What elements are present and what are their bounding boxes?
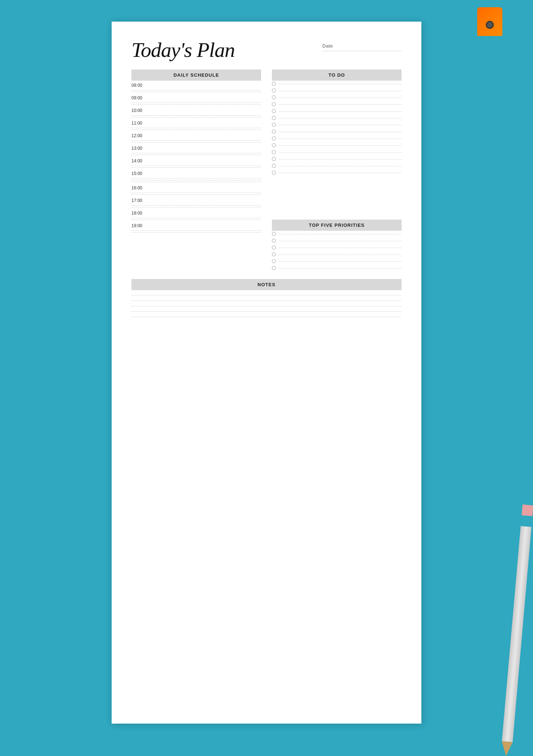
todo-circle-1 — [272, 82, 276, 86]
priority-line-6 — [279, 268, 402, 269]
time-1400: 14:00 — [131, 158, 261, 164]
time-1900: 19:00 — [131, 222, 261, 229]
time-1200: 12:00 — [131, 132, 261, 139]
schedule-item-1900: 19:00 — [131, 221, 261, 233]
time-1700: 17:00 — [131, 197, 261, 204]
todo-item-row-11 — [272, 149, 402, 155]
priority-line-5 — [279, 261, 402, 262]
schedule-item-1600: 16:00 — [131, 183, 261, 195]
sharpener-body — [477, 7, 502, 36]
todo-item-11 — [272, 149, 402, 155]
priority-item-row-3 — [272, 244, 402, 251]
sharpener-hole — [486, 21, 494, 29]
notes-line-1 — [131, 295, 402, 296]
right-col-spacer — [272, 176, 402, 220]
schedule-line-1900b — [131, 232, 261, 233]
todo-item-9 — [272, 135, 402, 141]
priority-item-row-1 — [272, 231, 402, 237]
schedule-line-1600a — [131, 193, 261, 193]
todo-line-10 — [279, 145, 402, 146]
page-header: Today's Plan Date — [131, 40, 402, 60]
todo-circle-4 — [272, 102, 276, 106]
todo-item-row-4 — [272, 101, 402, 107]
time-1800: 18:00 — [131, 210, 261, 216]
todo-item-row-2 — [272, 87, 402, 94]
todo-line-8 — [279, 132, 402, 132]
todo-line-13 — [279, 166, 402, 166]
schedule-line-1400a — [131, 166, 261, 166]
pencil-tip — [501, 741, 512, 756]
todo-line-5 — [279, 111, 402, 112]
priority-line-4 — [279, 255, 402, 255]
schedule-line-0900b — [131, 104, 261, 105]
schedule-item-1100: 11:00 — [131, 118, 261, 130]
todo-circle-2 — [272, 89, 276, 93]
todo-item-row-9 — [272, 135, 402, 141]
todo-item-row-1 — [272, 81, 402, 87]
todo-item-6 — [272, 115, 402, 121]
schedule-line-1700b — [131, 207, 261, 207]
pencil-eraser — [521, 504, 533, 516]
date-label: Date — [322, 43, 402, 49]
schedule-line-1100a — [131, 128, 261, 128]
time-0800: 08:00 — [131, 82, 261, 89]
pencil-decoration — [501, 504, 533, 756]
todo-item-3 — [272, 94, 402, 100]
todo-item-1 — [272, 81, 402, 87]
todo-circle-11 — [272, 150, 276, 154]
todo-item-row-10 — [272, 142, 402, 148]
time-1300: 13:00 — [131, 145, 261, 152]
time-1000: 10:00 — [131, 107, 261, 114]
schedule-item-0800: 08:00 — [131, 81, 261, 92]
todo-item-row-14 — [272, 170, 402, 176]
schedule-item-0900: 09:00 — [131, 93, 261, 105]
priority-item-6 — [272, 265, 402, 271]
schedule-line-1500b — [131, 180, 261, 180]
notes-line-4 — [131, 311, 402, 312]
todo-circle-5 — [272, 109, 276, 113]
todo-item-row-3 — [272, 94, 402, 100]
daily-schedule-header: DAILY SCHEDULE — [131, 69, 261, 81]
time-1100: 11:00 — [131, 120, 261, 126]
notes-line-3 — [131, 306, 402, 306]
schedule-line-1800a — [131, 218, 261, 218]
schedule-line-1300b — [131, 155, 261, 155]
schedule-line-1400b — [131, 167, 261, 168]
todo-item-row-8 — [272, 129, 402, 135]
right-column: TO DO — [272, 69, 402, 272]
priorities-header: TOP FIVE PRIORITIES — [272, 220, 402, 231]
todo-item-13 — [272, 163, 402, 169]
todo-circle-7 — [272, 123, 276, 127]
schedule-line-1500c — [131, 182, 261, 182]
todo-line-3 — [279, 98, 402, 98]
todo-line-11 — [279, 152, 402, 153]
todo-circle-6 — [272, 116, 276, 120]
todo-line-4 — [279, 104, 402, 105]
priority-item-row-5 — [272, 258, 402, 264]
date-line — [322, 51, 402, 51]
schedule-line-0800b — [131, 92, 261, 92]
pencil-body — [502, 526, 532, 742]
time-1600: 16:00 — [131, 185, 261, 191]
notes-line-5 — [131, 317, 402, 317]
todo-item-4 — [272, 101, 402, 107]
schedule-item-1000: 10:00 — [131, 106, 261, 117]
todo-item-12 — [272, 156, 402, 162]
priority-line-1 — [279, 234, 402, 234]
schedule-line-1000b — [131, 117, 261, 117]
schedule-item-1200: 12:00 — [131, 131, 261, 143]
todo-line-14 — [279, 173, 402, 173]
notes-section: NOTES — [131, 279, 402, 317]
todo-line-2 — [279, 91, 402, 91]
priority-circle-6 — [272, 266, 276, 270]
todo-line-12 — [279, 159, 402, 159]
sharpener-decoration — [475, 0, 504, 43]
todo-item-row-7 — [272, 122, 402, 128]
priority-circle-4 — [272, 252, 276, 256]
priority-item-3 — [272, 244, 402, 251]
todo-item-14 — [272, 170, 402, 176]
schedule-item-1800: 18:00 — [131, 208, 261, 220]
schedule-line-1700a — [131, 205, 261, 206]
todo-item-8 — [272, 129, 402, 135]
schedule-line-1500a — [131, 178, 261, 179]
